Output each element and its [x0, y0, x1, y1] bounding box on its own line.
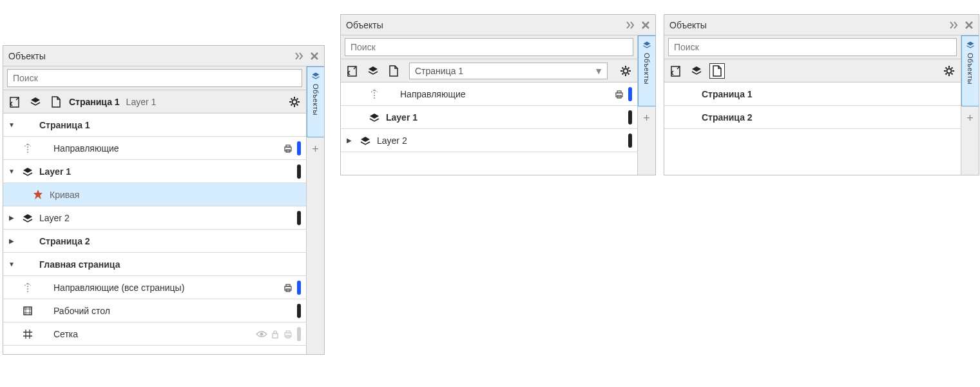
color-indicator	[628, 110, 632, 124]
tree-label: Страница 1	[39, 120, 301, 130]
main-column: Страница 1 Страница 2	[664, 35, 961, 175]
tree-row-layer2[interactable]: ▶ Layer 2	[341, 129, 637, 152]
expander-icon[interactable]: ▼	[7, 261, 16, 268]
svg-rect-17	[617, 91, 621, 93]
guides-icon	[368, 88, 381, 101]
tree-row-page1[interactable]: Страница 1	[664, 83, 961, 106]
layers-icon[interactable]	[365, 63, 381, 79]
tree-label: Layer 2	[39, 213, 292, 223]
tree-label: Рабочий стол	[53, 306, 292, 316]
page-icon[interactable]	[709, 63, 725, 79]
search-row	[664, 35, 961, 59]
layer-icon	[21, 212, 34, 224]
tree-row-curve[interactable]: Кривая	[3, 183, 306, 206]
side-tab-objects[interactable]: Объекты	[638, 35, 656, 106]
side-tab-objects[interactable]: Объекты	[307, 66, 325, 137]
object-tree: ▼ Страница 1 Направляющие	[3, 114, 306, 354]
side-tab-label: Объекты	[312, 84, 320, 115]
visibility-icon[interactable]	[256, 330, 267, 338]
page-back-icon[interactable]	[7, 94, 23, 110]
expander-icon[interactable]: ▶	[7, 237, 16, 244]
page-back-icon[interactable]	[668, 63, 684, 79]
page-back-icon[interactable]	[345, 63, 360, 79]
tree-label: Главная страница	[39, 259, 301, 270]
layers-icon[interactable]	[689, 63, 704, 79]
tree-label: Кривая	[50, 190, 301, 200]
expander-icon[interactable]: ▼	[7, 121, 16, 128]
close-icon[interactable]	[309, 50, 320, 62]
tree-row-guides-all[interactable]: Направляющие (все страницы)	[3, 276, 306, 299]
panel-body: Страница 1 Страница 2 Объекты +	[664, 35, 979, 175]
color-indicator	[297, 304, 301, 318]
toolbar: Страница 1 ▼	[341, 59, 637, 83]
search-input[interactable]	[668, 38, 957, 56]
close-icon[interactable]	[963, 19, 975, 31]
layer-icon	[368, 111, 381, 124]
tree-row-guides[interactable]: Направляющие	[341, 83, 637, 106]
tree-label: Страница 1	[702, 89, 956, 99]
tree-row-layer1[interactable]: Layer 1	[341, 106, 637, 129]
svg-rect-12	[286, 331, 290, 333]
close-icon[interactable]	[640, 19, 651, 31]
main-column: Страница 1 Layer 1 ▼ Страница 1	[3, 66, 306, 354]
tree-label: Сетка	[53, 329, 251, 339]
collapse-icon[interactable]	[626, 19, 637, 31]
main-column: Страница 1 ▼ Направляющие	[341, 35, 637, 175]
panel-body: Страница 1 Layer 1 ▼ Страница 1	[3, 66, 324, 354]
tree-row-grid[interactable]: Сетка	[3, 322, 306, 346]
svg-rect-3	[286, 145, 290, 147]
tree-row-layer2[interactable]: ▶ Layer 2	[3, 206, 306, 230]
layers-icon[interactable]	[28, 94, 43, 110]
color-indicator	[297, 327, 301, 341]
expander-icon[interactable]: ▶	[7, 214, 16, 221]
add-button[interactable]: +	[963, 110, 978, 126]
side-column: Объекты +	[961, 35, 979, 175]
print-icon[interactable]	[283, 283, 293, 293]
layer-icon	[359, 134, 372, 147]
tree-row-layer1[interactable]: ▼ Layer 1	[3, 160, 306, 183]
breadcrumb-page: Страница 1	[69, 97, 120, 107]
panel-header: Объекты	[341, 15, 655, 35]
add-button[interactable]: +	[639, 110, 655, 126]
search-row	[3, 66, 306, 90]
breadcrumb-layer: Layer 1	[126, 97, 157, 107]
page-icon[interactable]	[386, 63, 401, 79]
tree-row-master-page[interactable]: ▼ Главная страница	[3, 253, 306, 276]
gear-icon[interactable]	[287, 94, 302, 110]
tree-label: Страница 2	[39, 236, 301, 246]
color-indicator	[297, 281, 301, 295]
page-icon[interactable]	[48, 94, 64, 110]
tree-label: Layer 1	[386, 112, 623, 123]
page-dropdown[interactable]: Страница 1 ▼	[409, 63, 608, 79]
print-icon[interactable]	[614, 89, 624, 99]
svg-point-20	[947, 68, 952, 73]
tree-label: Направляющие	[400, 89, 609, 99]
collapse-icon[interactable]	[294, 50, 306, 62]
search-input[interactable]	[345, 38, 633, 56]
print-icon[interactable]	[283, 143, 293, 154]
print-icon[interactable]	[283, 329, 293, 339]
expander-icon[interactable]: ▼	[7, 168, 16, 175]
tree-row-page1[interactable]: ▼ Страница 1	[3, 114, 306, 137]
tree-label: Layer 1	[39, 166, 292, 177]
expander-icon[interactable]: ▶	[345, 137, 354, 144]
gear-icon[interactable]	[941, 63, 957, 79]
collapse-icon[interactable]	[949, 19, 961, 31]
lock-icon[interactable]	[271, 330, 279, 339]
tree-row-page2[interactable]: ▶ Страница 2	[3, 230, 306, 253]
leaf-icon	[32, 188, 44, 201]
add-button[interactable]: +	[308, 141, 323, 157]
search-input[interactable]	[7, 69, 302, 87]
side-tab-objects[interactable]: Объекты	[961, 35, 979, 106]
objects-panel-1: Объекты Страница 1	[3, 45, 325, 355]
toolbar: Страница 1 Layer 1	[3, 90, 306, 114]
tree-label: Направляющие (все страницы)	[53, 283, 278, 293]
tree-row-desktop[interactable]: Рабочий стол	[3, 299, 306, 322]
tree-row-page2[interactable]: Страница 2	[664, 106, 961, 129]
guides-icon	[21, 142, 34, 155]
gear-icon[interactable]	[618, 63, 633, 79]
color-indicator	[628, 134, 632, 148]
tree-row-guides[interactable]: Направляющие	[3, 137, 306, 160]
desktop-icon	[21, 304, 34, 317]
dropdown-label: Страница 1	[415, 66, 463, 76]
